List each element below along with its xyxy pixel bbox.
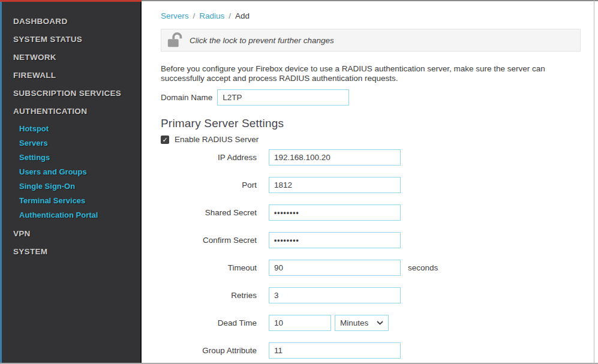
enable-radius-checkbox[interactable]: ✓ xyxy=(161,136,169,144)
breadcrumb-current-add: Add xyxy=(235,11,250,20)
retries-label: Retries xyxy=(161,291,257,300)
group-attribute-input[interactable] xyxy=(269,342,401,359)
dead-time-unit-select[interactable]: Minutes xyxy=(335,315,389,331)
sidebar-item-system[interactable]: SYSTEM xyxy=(0,243,140,261)
main-content: Servers/Radius/Add Click the lock to pre… xyxy=(143,1,594,363)
sidebar-item-settings[interactable]: Settings xyxy=(0,151,140,165)
retries-input[interactable] xyxy=(269,287,401,303)
timeout-row: Timeout seconds xyxy=(161,260,594,276)
port-label: Port xyxy=(161,181,257,189)
window-left-border xyxy=(0,0,2,364)
unlock-icon[interactable] xyxy=(167,32,185,49)
window-right-border xyxy=(594,0,594,364)
shared-secret-row: Shared Secret xyxy=(161,204,594,221)
shared-secret-label: Shared Secret xyxy=(161,208,257,217)
confirm-secret-label: Confirm Secret xyxy=(161,236,257,245)
sidebar-item-firewall[interactable]: FIREWALL xyxy=(0,67,140,85)
group-attribute-row: Group Attribute xyxy=(161,342,594,359)
intro-text: Before you configure your Firebox device… xyxy=(161,64,569,83)
breadcrumb-separator: / xyxy=(224,11,235,20)
breadcrumb-separator: / xyxy=(189,11,200,20)
sidebar-item-hotspot[interactable]: Hotspot xyxy=(0,122,140,136)
timeout-input[interactable] xyxy=(269,260,401,276)
timeout-unit-label: seconds xyxy=(408,263,438,272)
breadcrumb: Servers/Radius/Add xyxy=(161,11,594,20)
sidebar-item-system-status[interactable]: SYSTEM STATUS xyxy=(0,31,140,49)
radius-form: IP Address Port Shared Secret Confirm Se… xyxy=(161,149,594,359)
port-row: Port xyxy=(161,177,594,193)
sidebar: DASHBOARD SYSTEM STATUS NETWORK FIREWALL… xyxy=(0,0,142,364)
dead-time-row: Dead Time Minutes xyxy=(161,315,594,331)
port-input[interactable] xyxy=(269,177,401,193)
enable-radius-row: ✓ Enable RADIUS Server xyxy=(161,135,594,144)
sidebar-item-subscription-services[interactable]: SUBSCRIPTION SERVICES xyxy=(0,85,140,103)
domain-name-input[interactable] xyxy=(217,89,349,106)
retries-row: Retries xyxy=(161,287,594,303)
ip-address-label: IP Address xyxy=(161,153,257,162)
dead-time-label: Dead Time xyxy=(161,318,257,327)
confirm-secret-row: Confirm Secret xyxy=(161,232,594,248)
sidebar-top-accent xyxy=(0,0,142,2)
sidebar-item-authentication[interactable]: AUTHENTICATION xyxy=(0,103,140,121)
dead-time-input[interactable] xyxy=(269,315,331,331)
sidebar-item-dashboard[interactable]: DASHBOARD xyxy=(0,13,140,31)
sidebar-item-network[interactable]: NETWORK xyxy=(0,49,140,67)
shared-secret-input[interactable] xyxy=(269,204,401,221)
sidebar-item-authentication-portal[interactable]: Authentication Portal xyxy=(0,208,140,222)
group-attribute-label: Group Attribute xyxy=(161,346,257,355)
enable-radius-label: Enable RADIUS Server xyxy=(175,135,259,144)
timeout-label: Timeout xyxy=(161,263,257,272)
sidebar-item-single-sign-on[interactable]: Single Sign-On xyxy=(0,179,140,194)
sidebar-item-users-and-groups[interactable]: Users and Groups xyxy=(0,165,140,179)
dead-time-unit-value: Minutes xyxy=(340,318,368,327)
breadcrumb-link-servers[interactable]: Servers xyxy=(161,11,189,20)
ip-address-row: IP Address xyxy=(161,149,594,166)
ip-address-input[interactable] xyxy=(269,149,401,166)
domain-name-row: Domain Name xyxy=(161,89,594,106)
sidebar-item-servers[interactable]: Servers xyxy=(0,136,140,151)
domain-name-label: Domain Name xyxy=(161,93,212,102)
lock-notice-bar: Click the lock to prevent further change… xyxy=(161,29,581,52)
chevron-down-icon xyxy=(377,321,383,325)
breadcrumb-link-radius[interactable]: Radius xyxy=(199,11,224,20)
main-top-border xyxy=(142,0,598,1)
sidebar-item-terminal-services[interactable]: Terminal Services xyxy=(0,194,140,208)
checkbox-checked-icon: ✓ xyxy=(162,136,167,143)
authentication-submenu: Hotspot Servers Settings Users and Group… xyxy=(0,121,140,225)
primary-server-settings-heading: Primary Server Settings xyxy=(161,117,594,130)
lock-notice-text: Click the lock to prevent further change… xyxy=(190,36,334,45)
confirm-secret-input[interactable] xyxy=(269,232,401,248)
sidebar-item-vpn[interactable]: VPN xyxy=(0,225,140,243)
